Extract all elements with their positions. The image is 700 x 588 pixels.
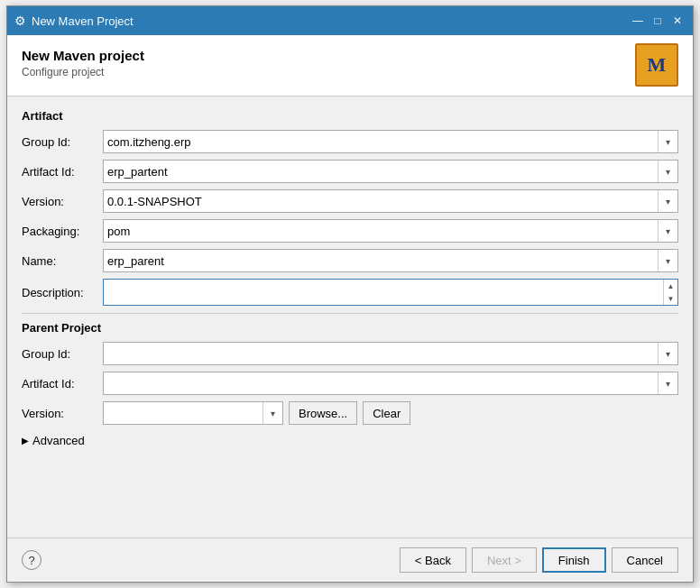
name-input-container: ▾: [103, 249, 678, 272]
group-id-row: Group Id: ▾: [22, 130, 678, 153]
footer-left: ?: [22, 550, 41, 570]
version-input[interactable]: [104, 190, 658, 212]
parent-version-label: Version:: [22, 407, 103, 420]
version-field: ▾: [103, 189, 678, 213]
window-content: New Maven project Configure project M Ar…: [7, 35, 693, 582]
minimize-button[interactable]: ―: [630, 13, 646, 29]
finish-button[interactable]: Finish: [542, 547, 606, 573]
header-title: New Maven project: [22, 48, 144, 63]
version-dropdown-arrow[interactable]: ▾: [658, 190, 677, 212]
parent-version-arrow[interactable]: ▾: [262, 402, 282, 424]
scroll-up-btn[interactable]: ▲: [664, 280, 677, 292]
artifact-id-row: Artifact Id: ▾: [22, 160, 678, 183]
packaging-dropdown-arrow[interactable]: ▾: [658, 220, 677, 242]
help-button[interactable]: ?: [22, 550, 41, 570]
parent-version-input[interactable]: [104, 402, 262, 424]
header-section: New Maven project Configure project M: [7, 35, 693, 96]
description-input[interactable]: [104, 280, 663, 300]
name-dropdown-arrow[interactable]: ▾: [658, 250, 677, 271]
description-scrollbar: ▲ ▼: [663, 280, 677, 305]
next-button[interactable]: Next >: [472, 547, 537, 573]
parent-group-id-label: Group Id:: [22, 347, 103, 361]
header-text: New Maven project Configure project: [22, 48, 144, 78]
advanced-label: Advanced: [32, 434, 85, 447]
packaging-row: Packaging: ▾: [22, 219, 678, 243]
parent-version-field: ▾ Browse... Clear: [103, 401, 678, 425]
parent-artifact-id-container: ▾: [103, 372, 678, 395]
footer: ? < Back Next > Finish Cancel: [7, 537, 693, 582]
packaging-field: ▾: [103, 219, 678, 243]
maven-icon: M: [635, 43, 678, 87]
cancel-button[interactable]: Cancel: [612, 547, 678, 573]
packaging-label: Packaging:: [22, 225, 103, 238]
browse-button[interactable]: Browse...: [289, 401, 357, 425]
window-icon: ⚙: [14, 14, 26, 28]
parent-version-controls: ▾ Browse... Clear: [103, 401, 678, 425]
artifact-section-label: Artifact: [22, 109, 678, 123]
parent-group-id-arrow[interactable]: ▾: [658, 343, 677, 364]
window-title: New Maven Project: [32, 14, 630, 28]
parent-artifact-id-arrow[interactable]: ▾: [658, 372, 677, 394]
version-label: Version:: [22, 195, 103, 208]
clear-button[interactable]: Clear: [363, 401, 410, 425]
parent-artifact-id-label: Artifact Id:: [22, 377, 103, 390]
parent-section-label: Parent Project: [22, 321, 678, 335]
name-label: Name:: [22, 254, 103, 268]
name-field: ▾: [103, 249, 678, 272]
packaging-input[interactable]: [104, 220, 658, 242]
footer-buttons: < Back Next > Finish Cancel: [400, 547, 678, 573]
group-id-input[interactable]: [104, 131, 658, 152]
parent-artifact-id-row: Artifact Id: ▾: [22, 372, 678, 395]
parent-version-row: Version: ▾ Browse... Clear: [22, 401, 678, 425]
parent-group-id-input[interactable]: [104, 343, 658, 364]
version-combo: ▾: [103, 189, 678, 213]
artifact-id-dropdown-arrow[interactable]: ▾: [658, 161, 677, 182]
description-row: Description: ▲ ▼: [22, 279, 678, 306]
parent-artifact-id-field: ▾: [103, 372, 678, 395]
parent-group-id-row: Group Id: ▾: [22, 342, 678, 365]
title-bar: ⚙ New Maven Project ― □ ✕: [7, 6, 693, 35]
parent-project-section: Parent Project Group Id: ▾ Artifact Id:: [22, 321, 678, 425]
artifact-id-input[interactable]: [104, 161, 658, 182]
close-button[interactable]: ✕: [669, 13, 686, 29]
description-input-container: ▲ ▼: [103, 279, 678, 306]
artifact-id-input-container: ▾: [103, 160, 678, 183]
scroll-down-btn[interactable]: ▼: [664, 292, 677, 305]
parent-version-combo: ▾: [103, 401, 283, 425]
parent-group-id-container: ▾: [103, 342, 678, 365]
form-content: Artifact Group Id: ▾ Artifact Id: ▾: [7, 96, 693, 537]
title-bar-controls: ― □ ✕: [630, 13, 686, 29]
description-field: ▲ ▼: [103, 279, 678, 306]
name-row: Name: ▾: [22, 249, 678, 272]
description-label: Description:: [22, 286, 103, 299]
parent-artifact-id-input[interactable]: [104, 372, 658, 394]
group-id-label: Group Id:: [22, 135, 103, 149]
group-id-input-container: ▾: [103, 130, 678, 153]
name-input[interactable]: [104, 250, 658, 271]
section-divider: [22, 313, 678, 314]
artifact-id-field: ▾: [103, 160, 678, 183]
group-id-field: ▾: [103, 130, 678, 153]
parent-group-id-field: ▾: [103, 342, 678, 365]
artifact-id-label: Artifact Id:: [22, 165, 103, 179]
maximize-button[interactable]: □: [649, 13, 666, 29]
main-window: ⚙ New Maven Project ― □ ✕ New Maven proj…: [6, 5, 694, 583]
back-button[interactable]: < Back: [400, 547, 466, 573]
version-row: Version: ▾: [22, 189, 678, 213]
advanced-section[interactable]: ▶ Advanced: [22, 434, 678, 447]
group-id-dropdown-arrow[interactable]: ▾: [658, 131, 677, 152]
header-subtitle: Configure project: [22, 66, 144, 78]
packaging-combo: ▾: [103, 219, 678, 243]
advanced-expand-icon: ▶: [22, 436, 29, 446]
